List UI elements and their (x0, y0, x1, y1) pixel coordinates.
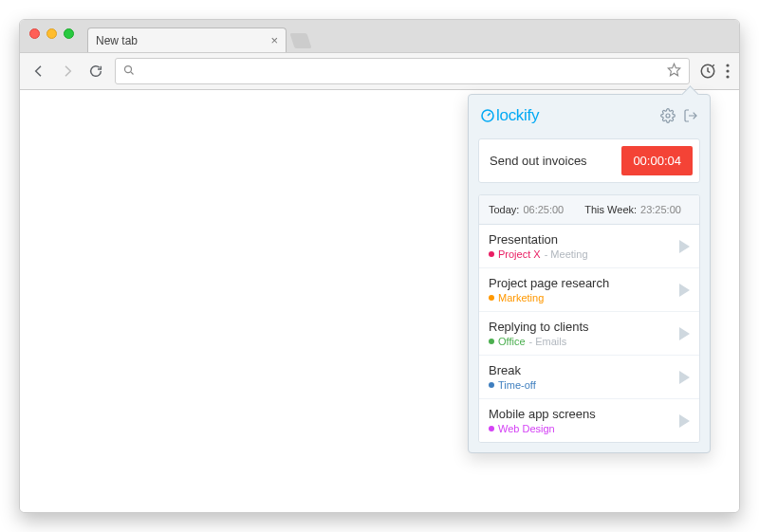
play-icon[interactable] (679, 327, 690, 340)
popup-header: lockify (478, 104, 700, 129)
active-tracker: Send out invoices 00:00:04 (478, 138, 700, 183)
entry-project: Project X (498, 248, 541, 260)
new-tab-button[interactable] (289, 33, 311, 48)
entry-meta: Time-off (489, 379, 672, 391)
time-entry[interactable]: Mobile app screensWeb Design (479, 399, 699, 442)
entry-project: Time-off (498, 379, 536, 391)
play-icon[interactable] (679, 240, 690, 253)
entry-project: Web Design (498, 423, 555, 434)
entry-main: Mobile app screensWeb Design (489, 407, 672, 434)
logout-icon[interactable] (683, 108, 698, 123)
clockify-extension-icon[interactable] (699, 63, 716, 80)
play-icon[interactable] (679, 371, 690, 384)
entry-project: Office (498, 336, 526, 347)
page-content: lockify Send out invoices 00:00:04 (20, 90, 739, 512)
address-bar[interactable] (115, 58, 690, 84)
reload-button[interactable] (86, 62, 105, 81)
url-input[interactable] (140, 64, 661, 79)
time-entry[interactable]: Project page researchMarketing (479, 268, 699, 312)
back-button[interactable] (29, 62, 48, 81)
entry-tag: - Meeting (545, 248, 588, 260)
entry-title: Mobile app screens (489, 407, 672, 421)
clockify-logo-icon (480, 108, 495, 123)
close-window-button[interactable] (29, 28, 40, 39)
forward-button[interactable] (58, 62, 77, 81)
timer-stop-button[interactable]: 00:00:04 (621, 146, 693, 175)
project-color-dot (489, 339, 494, 344)
browser-window: New tab × (19, 19, 740, 513)
bookmark-star-icon[interactable] (667, 63, 681, 81)
summary-bar: Today: 06:25:00 This Week: 23:25:00 (479, 195, 699, 225)
clockify-popup: lockify Send out invoices 00:00:04 (468, 94, 711, 453)
entry-tag: - Emails (529, 336, 567, 347)
clockify-logo: lockify (480, 106, 539, 125)
svg-point-4 (726, 69, 729, 72)
svg-point-0 (125, 65, 132, 72)
entry-title: Presentation (489, 232, 672, 247)
entry-meta: Marketing (489, 292, 672, 303)
summary-week-label: This Week: (584, 204, 637, 215)
entry-title: Project page research (489, 276, 672, 290)
tab-title: New tab (96, 34, 138, 47)
entry-main: Replying to clientsOffice - Emails (489, 320, 672, 347)
clockify-logo-text: lockify (496, 106, 539, 125)
project-color-dot (489, 382, 494, 388)
entry-main: Project page researchMarketing (489, 276, 672, 303)
minimize-window-button[interactable] (46, 28, 57, 39)
project-color-dot (489, 295, 494, 301)
play-icon[interactable] (679, 284, 690, 297)
window-controls (29, 20, 74, 52)
titlebar: New tab × (20, 20, 739, 52)
summary-today-value: 06:25:00 (523, 204, 564, 215)
svg-point-3 (726, 64, 729, 66)
maximize-window-button[interactable] (64, 28, 74, 39)
svg-point-5 (726, 75, 729, 78)
time-entry[interactable]: PresentationProject X - Meeting (479, 225, 699, 268)
entry-project: Marketing (498, 292, 544, 303)
svg-point-7 (666, 114, 670, 118)
close-tab-icon[interactable]: × (270, 33, 278, 47)
toolbar (20, 52, 739, 90)
entry-meta: Office - Emails (489, 336, 672, 347)
summary-today-label: Today: (489, 204, 519, 215)
settings-icon[interactable] (660, 108, 676, 123)
tracker-description[interactable]: Send out invoices (486, 154, 621, 168)
play-icon[interactable] (679, 414, 690, 428)
time-entry[interactable]: BreakTime-off (479, 356, 699, 399)
entry-title: Break (489, 363, 672, 377)
svg-marker-1 (668, 64, 680, 76)
entry-title: Replying to clients (489, 320, 672, 334)
project-color-dot (489, 251, 494, 257)
entry-meta: Web Design (489, 423, 672, 434)
timer-elapsed: 00:00:04 (633, 154, 681, 168)
search-icon (123, 64, 135, 79)
entry-main: PresentationProject X - Meeting (489, 232, 672, 260)
browser-menu-icon[interactable] (726, 64, 730, 79)
summary-week-value: 23:25:00 (640, 204, 681, 215)
entries-panel: Today: 06:25:00 This Week: 23:25:00 Pres… (478, 194, 700, 443)
time-entry[interactable]: Replying to clientsOffice - Emails (479, 312, 699, 356)
entries-list: PresentationProject X - MeetingProject p… (479, 225, 699, 442)
browser-tab[interactable]: New tab × (87, 28, 287, 52)
entry-main: BreakTime-off (489, 363, 672, 391)
project-color-dot (489, 426, 494, 431)
entry-meta: Project X - Meeting (489, 248, 672, 260)
